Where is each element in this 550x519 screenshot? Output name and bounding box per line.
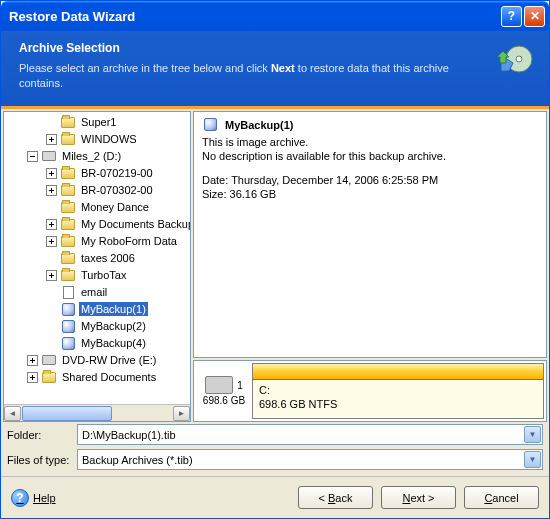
scroll-left-button[interactable]: ◄: [4, 406, 21, 421]
backup-disc-icon: [495, 41, 535, 81]
hard-drive-icon: [205, 376, 233, 394]
tree-item-backup4[interactable]: MyBackup(4): [4, 335, 190, 352]
archive-info-panel: MyBackup(1) This is image archive. No de…: [193, 111, 547, 358]
tree-item-br1[interactable]: BR-070219-00: [4, 165, 190, 182]
disk-index: 1: [237, 380, 243, 391]
dropdown-arrow-icon[interactable]: ▼: [524, 451, 541, 468]
disk-total-size: 698.6 GB: [203, 395, 245, 406]
tree-item-br2[interactable]: BR-070302-00: [4, 182, 190, 199]
tree-item-shared[interactable]: Shared Documents: [4, 369, 190, 386]
tree-item-super1[interactable]: Super1: [4, 114, 190, 131]
partition-bar[interactable]: C: 698.6 GB NTFS: [252, 363, 544, 419]
tree-item-mydocs[interactable]: My Documents Backup: [4, 216, 190, 233]
archive-icon: [202, 118, 218, 132]
folder-value: D:\MyBackup(1).tib: [82, 429, 176, 441]
tree-item-backup2[interactable]: MyBackup(2): [4, 318, 190, 335]
dropdown-arrow-icon[interactable]: ▼: [524, 426, 541, 443]
expand-icon[interactable]: [46, 236, 57, 247]
wizard-header: Archive Selection Please select an archi…: [1, 31, 549, 109]
filetype-value: Backup Archives (*.tib): [82, 454, 193, 466]
folder-tree-panel: Super1 WINDOWS Miles_2 (D:) BR-070219-00…: [3, 111, 191, 422]
collapse-icon[interactable]: [27, 151, 38, 162]
expand-icon[interactable]: [46, 185, 57, 196]
partition-header: [253, 364, 543, 380]
partition-name: C:: [259, 383, 537, 397]
next-button[interactable]: Next >: [381, 486, 456, 509]
scroll-right-button[interactable]: ►: [173, 406, 190, 421]
tree-item-turbo[interactable]: TurboTax: [4, 267, 190, 284]
tree-item-windows[interactable]: WINDOWS: [4, 131, 190, 148]
header-subtitle: Please select an archive in the tree bel…: [19, 61, 531, 92]
archive-date: Date: Thursday, December 14, 2006 6:25:5…: [202, 174, 538, 186]
expand-icon[interactable]: [27, 372, 38, 383]
expand-icon[interactable]: [27, 355, 38, 366]
folder-combobox[interactable]: D:\MyBackup(1).tib ▼: [77, 424, 543, 445]
expand-icon[interactable]: [46, 168, 57, 179]
cancel-button[interactable]: Cancel: [464, 486, 539, 509]
horizontal-scrollbar[interactable]: ◄ ►: [4, 404, 190, 421]
partition-detail: 698.6 GB NTFS: [259, 397, 537, 411]
folder-label: Folder:: [7, 429, 77, 441]
expand-icon[interactable]: [46, 219, 57, 230]
filetype-label: Files of type:: [7, 454, 77, 466]
archive-description: No description is available for this bac…: [202, 150, 538, 162]
back-button[interactable]: < Back: [298, 486, 373, 509]
svg-point-1: [516, 56, 522, 62]
tree-item-money[interactable]: Money Dance: [4, 199, 190, 216]
header-title: Archive Selection: [19, 41, 531, 55]
wizard-window: Restore Data Wizard ? ✕ Archive Selectio…: [0, 0, 550, 519]
folder-tree[interactable]: Super1 WINDOWS Miles_2 (D:) BR-070219-00…: [4, 112, 190, 404]
help-link[interactable]: ? Help: [11, 489, 56, 507]
archive-size: Size: 36.16 GB: [202, 188, 538, 200]
titlebar: Restore Data Wizard ? ✕: [1, 1, 549, 31]
archive-title: MyBackup(1): [202, 118, 538, 132]
archive-type: This is image archive.: [202, 136, 538, 148]
tree-item-taxes[interactable]: taxes 2006: [4, 250, 190, 267]
wizard-footer: ? Help < Back Next > Cancel: [1, 476, 549, 518]
disk-layout-panel: 1 698.6 GB C: 698.6 GB NTFS: [193, 360, 547, 422]
titlebar-close-button[interactable]: ✕: [524, 6, 545, 27]
tree-item-miles2[interactable]: Miles_2 (D:): [4, 148, 190, 165]
tree-item-email[interactable]: email: [4, 284, 190, 301]
tree-item-robo[interactable]: My RoboForm Data: [4, 233, 190, 250]
window-title: Restore Data Wizard: [5, 9, 499, 24]
titlebar-help-button[interactable]: ?: [501, 6, 522, 27]
filetype-combobox[interactable]: Backup Archives (*.tib) ▼: [77, 449, 543, 470]
tree-item-dvd[interactable]: DVD-RW Drive (E:): [4, 352, 190, 369]
expand-icon[interactable]: [46, 134, 57, 145]
tree-item-backup1[interactable]: MyBackup(1): [4, 301, 190, 318]
scroll-thumb[interactable]: [22, 406, 112, 421]
help-icon: ?: [11, 489, 29, 507]
expand-icon[interactable]: [46, 270, 57, 281]
disk-summary: 1 698.6 GB: [196, 363, 252, 419]
